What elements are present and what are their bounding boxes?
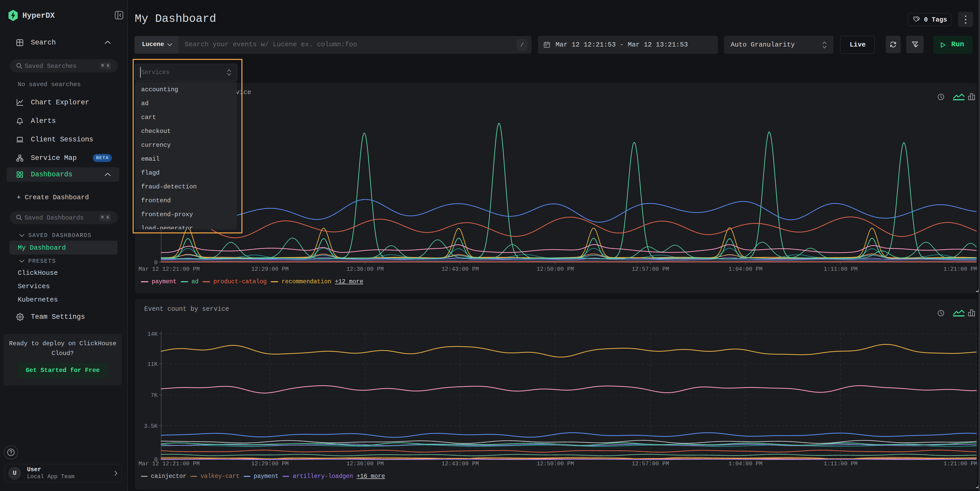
svg-text:1:21:00 PM: 1:21:00 PM [943, 461, 977, 467]
svg-text:12:36:00 PM: 12:36:00 PM [346, 461, 383, 467]
svg-text:12:57:00 PM: 12:57:00 PM [632, 266, 669, 272]
svg-text:1:04:00 PM: 1:04:00 PM [729, 266, 762, 272]
svg-text:12:29:00 PM: 12:29:00 PM [251, 461, 288, 467]
svg-text:1:21:00 PM: 1:21:00 PM [943, 266, 977, 272]
svg-text:Mar 12 12:21:00 PM: Mar 12 12:21:00 PM [138, 461, 200, 467]
svg-text:0: 0 [154, 260, 158, 266]
svg-text:12:36:00 PM: 12:36:00 PM [346, 266, 383, 272]
svg-text:12:50:00 PM: 12:50:00 PM [536, 461, 574, 467]
svg-text:Mar 12 12:21:00 PM: Mar 12 12:21:00 PM [138, 266, 200, 272]
svg-text:12:57:00 PM: 12:57:00 PM [632, 461, 669, 467]
svg-text:12:50:00 PM: 12:50:00 PM [536, 266, 574, 272]
svg-text:3.5K: 3.5K [144, 423, 158, 429]
svg-text:12:43:00 PM: 12:43:00 PM [441, 266, 479, 272]
svg-text:1:11:00 PM: 1:11:00 PM [824, 461, 858, 467]
svg-text:12:43:00 PM: 12:43:00 PM [441, 461, 479, 467]
svg-text:11K: 11K [147, 361, 158, 368]
svg-text:1:04:00 PM: 1:04:00 PM [729, 461, 762, 467]
svg-text:14K: 14K [147, 331, 158, 337]
svg-text:7K: 7K [151, 392, 158, 399]
svg-text:12:29:00 PM: 12:29:00 PM [251, 266, 288, 272]
svg-text:1:11:00 PM: 1:11:00 PM [824, 266, 858, 272]
